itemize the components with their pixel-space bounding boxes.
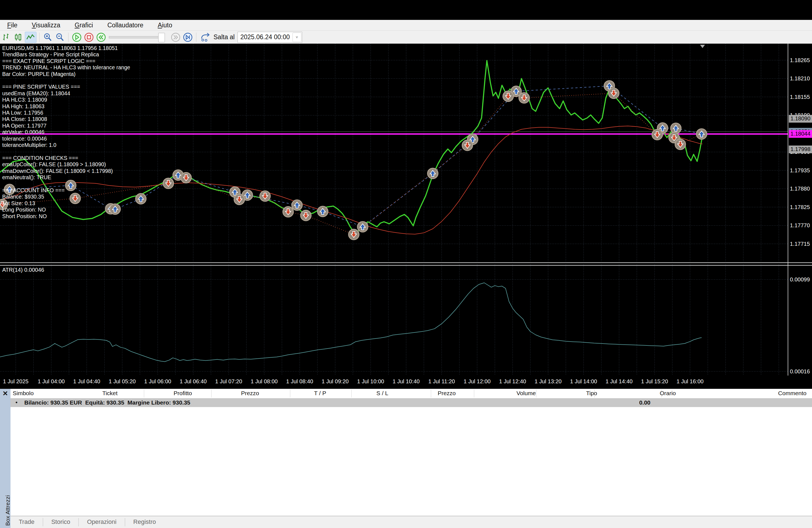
up-arrow-marker[interactable] [292,200,302,210]
toolbar-separator [39,33,40,42]
price-tick-label: 1.17770 [790,222,810,229]
price-pane-chart[interactable] [0,44,788,262]
column-header-orario: Orario [660,390,676,397]
menu-item-collaudatore[interactable]: Collaudatore [100,20,150,30]
rewind-button[interactable] [96,32,106,43]
toolbar: Salta al 2025.06.24 00:00 ˅ [0,31,812,44]
down-arrow-marker[interactable] [181,173,191,183]
balance-row[interactable]: • Bilancio: 930.35 EUR Equità: 930.35 Ma… [11,398,812,407]
time-tick-label: 1 Jul 15:20 [641,378,668,385]
up-arrow-marker[interactable] [671,123,681,134]
price-tick-label: 1.17715 [790,240,810,247]
fast-forward-icon [171,32,180,42]
play-button[interactable] [71,32,82,43]
jump-arrow-icon [200,33,211,42]
up-arrow-marker[interactable] [4,184,15,195]
time-axis[interactable]: 1 Jul 20251 Jul 04:001 Jul 04:401 Jul 05… [0,376,812,389]
date-dropdown-icon[interactable]: ˅ [292,33,301,42]
up-arrow-marker[interactable] [66,180,76,191]
column-separator[interactable] [536,390,536,397]
price-badge-1.17998: 1.17998 [789,146,812,153]
fast-forward-button[interactable] [170,32,181,43]
time-tick-label: 1 Jul 07:20 [215,378,242,385]
time-tick-label: 1 Jul 14:40 [606,378,633,385]
time-tick-label: 1 Jul 04:00 [38,378,65,385]
column-separator[interactable] [290,390,290,397]
price-tick-label: 1.18210 [790,75,810,82]
column-header-ticket: Ticket [88,390,132,397]
price-tick-label: 1.17825 [790,204,810,210]
speed-slider[interactable] [109,36,162,39]
time-tick-label: 1 Jul 06:00 [144,378,171,385]
zoom-out-button[interactable] [54,32,66,43]
down-arrow-marker[interactable] [652,130,663,140]
menu-item-visualizza[interactable]: Visualizza [25,20,68,30]
speed-slider-handle[interactable] [158,33,165,42]
tab-operazioni[interactable]: Operazioni [79,516,125,528]
column-header-sl: S / L [376,390,388,397]
menu-item-aiuto[interactable]: Aiuto [150,20,179,30]
up-arrow-marker[interactable] [696,129,707,139]
tab-trade[interactable]: Trade [11,516,43,528]
column-separator[interactable] [474,390,474,397]
up-arrow-marker[interactable] [110,204,120,214]
down-arrow-marker[interactable] [462,140,473,150]
window-titlebar [0,0,812,20]
up-arrow-marker[interactable] [135,194,146,204]
ema20-line [0,126,702,234]
bar-chart-button[interactable] [1,32,12,43]
time-tick-label: 1 Jul 14:00 [570,378,597,385]
down-arrow-marker[interactable] [503,91,513,102]
tab-storico[interactable]: Storico [43,516,78,528]
time-tick-label: 1 Jul 09:20 [322,378,349,385]
up-arrow-marker[interactable] [427,168,438,179]
candlestick-chart-button[interactable] [13,32,24,43]
down-arrow-marker[interactable] [349,229,359,240]
column-separator[interactable] [211,390,212,397]
down-arrow-marker[interactable] [608,88,619,99]
time-tick-label: 1 Jul 10:00 [357,378,384,385]
atr-pane-chart[interactable] [0,265,788,376]
down-arrow-marker[interactable] [519,93,530,103]
menu-item-file[interactable]: File [0,20,25,30]
menu-item-grafici[interactable]: Grafici [68,20,100,30]
atr-tick-label: 0.00016 [790,368,810,375]
time-tick-label: 1 Jul 12:00 [464,378,491,385]
up-arrow-marker[interactable] [318,206,328,217]
date-input[interactable]: 2025.06.24 00:00 ˅ [237,32,302,43]
column-header-commento: Commento [778,390,807,397]
down-arrow-marker[interactable] [163,178,174,189]
up-arrow-marker[interactable] [358,221,368,232]
stop-icon [84,32,94,42]
column-header-prezzo: Prezzo [438,390,456,397]
line-chart-icon [26,33,35,41]
line-chart-button[interactable] [25,32,37,43]
axis-border-line [788,44,788,389]
time-tick-label: 1 Jul 05:20 [109,378,136,385]
column-separator[interactable] [431,390,431,397]
down-arrow-marker[interactable] [675,139,685,150]
down-arrow-marker[interactable] [301,210,311,221]
stop-button[interactable] [83,32,95,43]
column-header-tipo: Tipo [586,390,597,397]
balance-profit-value: 0.00 [639,399,650,406]
column-separator[interactable] [351,390,352,397]
skip-to-end-button[interactable] [182,32,193,43]
jump-to-date-button[interactable] [199,32,212,43]
zoom-in-button[interactable] [42,32,53,43]
time-tick-label: 1 Jul 11:20 [429,378,455,385]
skip-to-end-icon [183,32,193,42]
down-arrow-marker[interactable] [0,199,8,210]
column-separator[interactable] [144,390,144,397]
down-arrow-marker[interactable] [260,191,271,201]
toolbox-close-button[interactable]: ✕ [0,389,11,398]
down-arrow-marker[interactable] [283,207,293,217]
tab-registro[interactable]: Registro [125,516,164,528]
toolbox-side-strip[interactable]: Box Attrezzi [0,389,11,528]
menu-bar: FileVisualizzaGraficiCollaudatoreAiuto [0,20,812,31]
down-arrow-marker[interactable] [234,194,245,205]
time-tick-label: 1 Jul 16:00 [677,378,704,385]
date-input-value[interactable]: 2025.06.24 00:00 [238,33,292,41]
down-arrow-marker[interactable] [70,193,81,204]
chart-window[interactable]: EURUSD,M5 1.17961 1.18063 1.17956 1.1805… [0,44,812,389]
